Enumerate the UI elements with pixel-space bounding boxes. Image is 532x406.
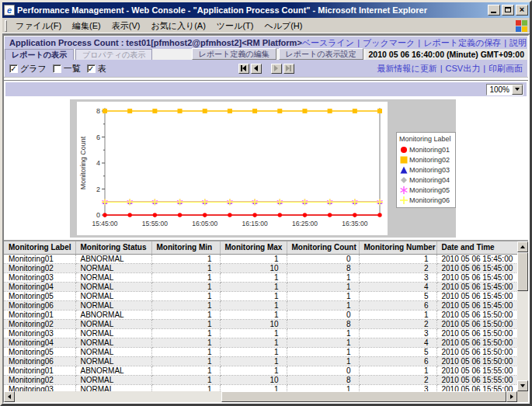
tab-inactive[interactable]: プロパティの表示 <box>75 49 152 60</box>
table-row: Monitoring04NORMAL11142010 05 06 15:45:0… <box>4 282 517 291</box>
vscroll-track[interactable] <box>517 252 528 380</box>
chevron-down-icon[interactable] <box>512 85 523 95</box>
column-header[interactable]: Monitoring Number <box>359 241 436 254</box>
diamond-marker-icon <box>399 175 409 185</box>
scroll-right-button[interactable] <box>506 391 517 402</box>
checkbox-checked[interactable]: ✓ <box>9 64 18 73</box>
table-row: Monitoring02NORMAL110822010 05 06 15:45:… <box>4 263 517 272</box>
tab-active[interactable]: レポートの表示 <box>5 49 74 60</box>
table-hscrollbar[interactable] <box>4 391 528 402</box>
checkbox-checked[interactable]: ✓ <box>87 64 96 73</box>
maximize-button[interactable] <box>502 5 514 16</box>
table-cell: 2010 05 06 15:50:00 <box>436 356 517 366</box>
table-cell: Monitoring04 <box>4 282 75 291</box>
table-cell: 2010 05 06 15:55:00 <box>436 375 517 384</box>
menu-item[interactable]: 編集(E) <box>67 19 106 33</box>
column-header[interactable]: Monitoring Count <box>287 241 359 254</box>
toolbar-link[interactable]: 最新情報に更新 <box>377 64 436 73</box>
table-cell: 2010 05 06 15:50:00 <box>436 310 517 319</box>
triangle-marker-icon <box>399 165 409 175</box>
line-chart: 02468Monitoring Count15:45:0015:55:0016:… <box>77 102 388 235</box>
table-cell: 1 <box>220 300 287 310</box>
nav-next-button[interactable] <box>271 64 282 74</box>
hscroll-thumb[interactable] <box>221 391 506 402</box>
svg-text:4: 4 <box>96 159 100 167</box>
menu-grip-handle[interactable] <box>5 20 7 32</box>
table-cell: 2010 05 06 15:45:00 <box>436 272 517 282</box>
table-cell: 2 <box>359 263 436 272</box>
table-cell: 2 <box>359 375 436 384</box>
table-cell: 1 <box>151 328 220 338</box>
table-vscrollbar[interactable] <box>517 241 528 391</box>
table-cell: Monitoring06 <box>4 300 75 310</box>
browser-client-area: Application Process Count : test01[pfmho… <box>2 34 530 404</box>
toolbar-link[interactable]: CSV出力 <box>446 64 481 73</box>
column-header[interactable]: Monitoring Min <box>151 241 220 254</box>
scroll-up-button[interactable] <box>517 241 528 252</box>
table-cell: 1 <box>220 384 287 391</box>
tab-button[interactable]: レポートの表示設定 <box>279 48 363 60</box>
minimize-icon <box>491 12 496 13</box>
scroll-down-button[interactable] <box>517 380 528 391</box>
menu-item[interactable]: 表示(V) <box>106 19 146 33</box>
column-header[interactable]: Monitoring Status <box>75 241 151 254</box>
table-cell: 2010 05 06 15:50:00 <box>436 328 517 338</box>
table-cell: 1 <box>151 272 220 282</box>
nav-last-button[interactable] <box>283 64 294 74</box>
left-tabs: レポートの表示プロパティの表示 <box>5 49 152 60</box>
table-cell: 1 <box>287 328 359 338</box>
tab-button[interactable]: レポート定義の編集 <box>192 48 276 60</box>
zoom-level-select[interactable]: 100% <box>486 84 523 95</box>
legend-entry: Monitoring02 <box>399 154 451 165</box>
checkbox-unchecked[interactable] <box>53 64 61 73</box>
table-cell: NORMAL <box>75 282 151 291</box>
column-header[interactable]: Date and Time <box>436 241 517 254</box>
table-cell: 1 <box>220 347 287 356</box>
nav-prev-button[interactable] <box>251 64 262 74</box>
table-cell: 1 <box>220 272 287 282</box>
menu-item[interactable]: ヘルプ(H) <box>259 19 308 33</box>
table-cell: 3 <box>359 272 436 282</box>
table-cell: 1 <box>151 291 220 300</box>
table-cell: NORMAL <box>75 347 151 356</box>
menu-item[interactable]: ツール(T) <box>211 19 259 33</box>
nav-first-button[interactable] <box>238 64 249 74</box>
legend-entry: Monitoring03 <box>399 165 451 175</box>
menu-item[interactable]: お気に入り(A) <box>145 19 210 33</box>
table-cell: NORMAL <box>75 384 151 391</box>
header-link[interactable]: ブックマーク <box>363 38 415 47</box>
checkbox-option[interactable]: ✓グラフ <box>9 63 47 75</box>
legend-label: Monitoring03 <box>409 166 450 174</box>
plus-marker-icon <box>399 196 409 205</box>
column-header[interactable]: Monitoring Max <box>220 241 287 254</box>
legend-label: Monitoring04 <box>409 176 450 184</box>
vscroll-thumb[interactable] <box>517 252 528 291</box>
table-cell: Monitoring02 <box>4 319 75 328</box>
table-header-row: Monitoring LabelMonitoring StatusMonitor… <box>4 241 517 254</box>
circle-marker-icon <box>399 145 409 154</box>
checkbox-label: 表 <box>98 63 106 75</box>
table-cell: NORMAL <box>75 319 151 328</box>
minimize-button[interactable] <box>488 5 500 16</box>
scroll-left-button[interactable] <box>4 391 15 402</box>
menu-item[interactable]: ファイル(F) <box>10 19 67 33</box>
toolbar-link[interactable]: 印刷画面 <box>489 64 523 73</box>
column-header[interactable]: Monitoring Label <box>4 241 75 254</box>
table-cell: 6 <box>359 356 436 366</box>
table-cell: NORMAL <box>75 291 151 300</box>
checkbox-option[interactable]: 一覧 <box>53 63 81 75</box>
table-cell: 0 <box>287 254 359 263</box>
table-cell: 2 <box>359 319 436 328</box>
table-cell: 1 <box>151 384 220 391</box>
table-cell: 10 <box>220 375 287 384</box>
legend-entries: Monitoring01Monitoring02Monitoring03Moni… <box>399 144 451 205</box>
close-button[interactable]: × <box>516 5 528 16</box>
header-link[interactable]: レポート定義の保存 <box>423 38 501 47</box>
header-link[interactable]: ベースライン <box>302 38 354 47</box>
checkbox-option[interactable]: ✓表 <box>87 63 106 75</box>
header-link[interactable]: 説明 <box>509 38 527 47</box>
table-cell: 1 <box>359 254 436 263</box>
hscroll-track[interactable] <box>15 391 506 402</box>
table-row: Monitoring03NORMAL11132010 05 06 15:50:0… <box>4 328 517 338</box>
legend-entry: Monitoring04 <box>399 175 451 185</box>
